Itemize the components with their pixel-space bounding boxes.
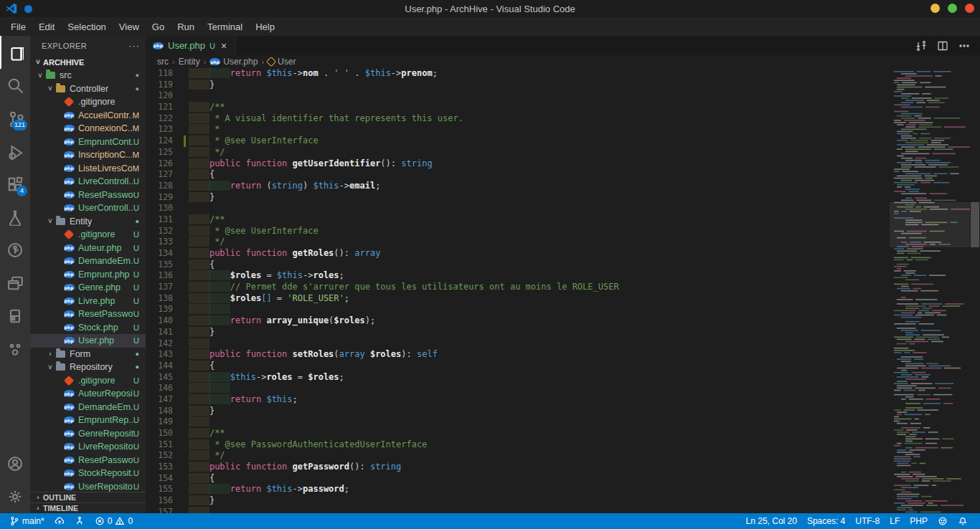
maximize-button[interactable] <box>948 4 957 13</box>
minimap-slider[interactable] <box>890 202 970 247</box>
extension-status-button[interactable] <box>70 513 90 529</box>
code-line-125[interactable]: 125 */ <box>146 147 890 158</box>
code-line-136[interactable]: 136 $roles = $this->roles; <box>146 270 890 282</box>
run-debug-icon[interactable] <box>0 135 30 168</box>
tree-folder-repository[interactable]: ˅Repository● <box>30 361 146 374</box>
code-line-127[interactable]: 127 { <box>146 169 890 181</box>
tree-folder-entity[interactable]: ˅Entity● <box>30 215 146 229</box>
menu-view[interactable]: View <box>113 19 146 34</box>
tree-file-inscriptionc-[interactable]: phpInscriptionC...M <box>30 148 146 162</box>
menu-terminal[interactable]: Terminal <box>201 19 249 34</box>
code-line-144[interactable]: 144 { <box>146 361 890 372</box>
menu-run[interactable]: Run <box>171 19 201 34</box>
code-line-137[interactable]: 137 // Permet dde s'arrurer que tous les… <box>146 282 890 293</box>
close-window-button[interactable] <box>965 4 974 13</box>
vertical-scrollbar[interactable] <box>970 68 980 513</box>
tree-file-emprunt-php[interactable]: phpEmprunt.phpU <box>30 268 146 282</box>
code-line-135[interactable]: 135 { <box>146 259 890 271</box>
code-line-132[interactable]: 132 * @see UserInterface <box>146 226 890 237</box>
settings-icon[interactable] <box>0 480 30 513</box>
code-line-157[interactable]: 157 <box>146 507 890 513</box>
explorer-more-actions-icon[interactable]: ··· <box>128 40 140 51</box>
tree-file-livre-php[interactable]: phpLivre.phpU <box>30 295 146 308</box>
tree-file-auteur-php[interactable]: phpAuteur.phpU <box>30 242 146 255</box>
code-line-147[interactable]: 147 return $this; <box>146 394 890 406</box>
language-mode[interactable]: PHP <box>905 513 933 529</box>
tree-file-genrereposit-[interactable]: phpGenreReposit...U <box>30 427 146 441</box>
cursor-position[interactable]: Ln 25, Col 20 <box>741 513 802 529</box>
tree-file-empruntcont-[interactable]: phpEmpruntCont...U <box>30 135 146 149</box>
breadcrumb-src[interactable]: src <box>157 57 169 67</box>
code-line-140[interactable]: 140 return array_unique($roles); <box>146 315 890 327</box>
code-line-123[interactable]: 123 * <box>146 124 890 135</box>
tree-folder-controller[interactable]: ˅Controller● <box>30 82 146 96</box>
git-graph-icon[interactable] <box>0 234 30 267</box>
git-branch-status[interactable]: main* <box>4 513 50 529</box>
code-line-119[interactable]: 119 } <box>146 80 890 91</box>
tree-file-resetpasswo-[interactable]: phpResetPasswo...U <box>30 308 146 321</box>
extensions-icon[interactable]: 4 <box>0 168 30 201</box>
code-line-152[interactable]: 152 */ <box>146 450 890 462</box>
feedback-button[interactable] <box>933 513 953 529</box>
tree-file-accueilcontr-[interactable]: phpAccueilContr...M <box>30 109 146 123</box>
problems-status[interactable]: 0 0 <box>90 513 138 529</box>
tree-file--gitignore[interactable]: .gitignore <box>30 95 146 109</box>
code-line-131[interactable]: 131 /** <box>146 214 890 226</box>
tree-file-stock-php[interactable]: phpStock.phpU <box>30 321 146 335</box>
split-editor-icon[interactable] <box>937 40 948 52</box>
code-line-122[interactable]: 122 * A visual identifier that represent… <box>146 113 890 125</box>
outline-panel-header[interactable]: › OUTLINE <box>30 492 146 502</box>
menu-go[interactable]: Go <box>146 19 171 34</box>
encoding-setting[interactable]: UTF-8 <box>850 513 885 529</box>
code-line-120[interactable]: 120 <box>146 90 890 102</box>
tree-file-livrecontroll-[interactable]: phpLivreControll...U <box>30 175 146 189</box>
code-line-142[interactable]: 142 <box>146 338 890 350</box>
tree-file-stockreposit-[interactable]: phpStockReposit...U <box>30 467 146 480</box>
code-line-150[interactable]: 150 /** <box>146 428 890 439</box>
code-line-124[interactable]: 124 * @see UserInterface <box>146 135 890 147</box>
code-line-128[interactable]: 128 return (string) $this->email; <box>146 181 890 192</box>
tree-file-userreposito-[interactable]: phpUserReposito...U <box>30 480 146 492</box>
tree-file-listelivresco-[interactable]: phpListeLivresCo...M <box>30 162 146 176</box>
tree-file-auteurreposi-[interactable]: phpAuteurReposi...U <box>30 387 146 401</box>
tree-file-livrereposito-[interactable]: phpLivreReposito...U <box>30 440 146 454</box>
explorer-icon[interactable] <box>0 36 30 69</box>
tree-file-resetpasswo-[interactable]: phpResetPasswo...U <box>30 454 146 467</box>
code-line-129[interactable]: 129 } <box>146 192 890 204</box>
open-changes-icon[interactable] <box>915 40 927 52</box>
tree-file--gitignore[interactable]: .gitignoreU <box>30 228 146 242</box>
scrollbar-thumb[interactable] <box>971 202 979 247</box>
code-line-121[interactable]: 121 /** <box>146 102 890 113</box>
tree-folder-src[interactable]: ˅src● <box>30 69 146 82</box>
breadcrumb-user-php[interactable]: phpUser.php <box>209 57 258 67</box>
tree-file-genre-php[interactable]: phpGenre.phpU <box>30 281 146 295</box>
source-control-icon[interactable]: 121 <box>0 102 30 135</box>
breadcrumb-user[interactable]: User <box>268 57 296 67</box>
organization-icon[interactable] <box>0 333 30 366</box>
code-line-149[interactable]: 149 <box>146 416 890 428</box>
tab-user-php[interactable]: php User.php U × <box>146 36 236 55</box>
tree-file-demandeem-[interactable]: phpDemandeEm...U <box>30 254 146 268</box>
minimize-button[interactable] <box>930 4 940 13</box>
code-line-148[interactable]: 148 } <box>146 406 890 417</box>
code-line-133[interactable]: 133 */ <box>146 237 890 248</box>
accounts-icon[interactable] <box>0 447 30 480</box>
minimap[interactable] <box>890 68 970 513</box>
testing-icon[interactable] <box>0 201 30 234</box>
code-line-141[interactable]: 141 } <box>146 327 890 338</box>
code-line-143[interactable]: 143 public function setRoles(array $role… <box>146 349 890 361</box>
tree-file-usercontroll-[interactable]: phpUserControll...U <box>30 201 146 215</box>
code-line-138[interactable]: 138 $roles[] = 'ROLE_USER'; <box>146 293 890 305</box>
code-line-155[interactable]: 155 return $this->password; <box>146 484 890 495</box>
timeline-panel-header[interactable]: › TIMELINE <box>30 502 146 513</box>
code-line-156[interactable]: 156 } <box>146 495 890 507</box>
code-line-154[interactable]: 154 { <box>146 473 890 485</box>
remote-windows-icon[interactable] <box>0 267 30 300</box>
tree-file--gitignore[interactable]: .gitignoreU <box>30 374 146 388</box>
code-line-130[interactable]: 130 <box>146 203 890 214</box>
breadcrumb-entity[interactable]: Entity <box>179 57 200 67</box>
code-line-151[interactable]: 151 * @see PasswordAuthenticatedUserInte… <box>146 439 890 451</box>
code-line-118[interactable]: 118 return $this->nom . ' ' . $this->pre… <box>146 68 890 80</box>
menu-selection[interactable]: Selection <box>61 19 112 34</box>
tree-file-resetpasswo-[interactable]: phpResetPasswo...U <box>30 189 146 202</box>
